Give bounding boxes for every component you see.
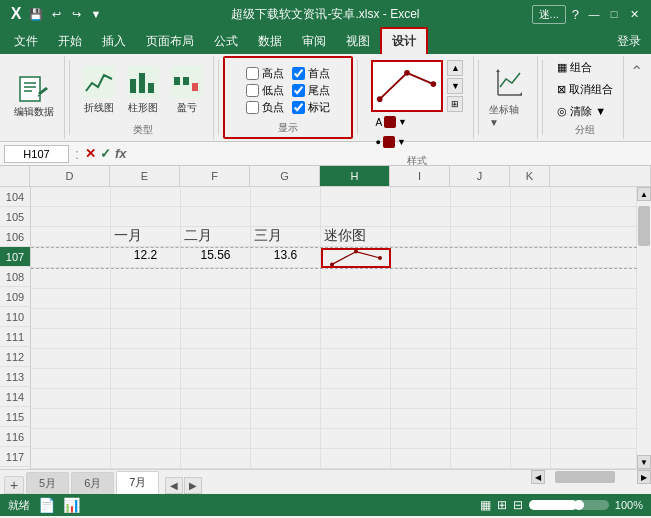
row-header-111[interactable]: 111 [0,327,30,347]
cell-f109[interactable] [181,289,251,309]
row-header-114[interactable]: 114 [0,387,30,407]
cell-e105[interactable] [111,207,181,227]
cell-e107[interactable]: 12.2 [111,248,181,268]
cell-d107[interactable] [31,248,111,268]
row-header-106[interactable]: 106 [0,227,30,247]
minimize-button[interactable]: — [585,6,603,22]
cell-f111[interactable] [181,329,251,349]
cell-h115[interactable] [321,409,391,429]
tab-view[interactable]: 视图 [336,29,380,54]
scroll-down-button[interactable]: ▼ [637,455,651,469]
edit-data-button[interactable]: 编辑数据 [10,70,58,122]
cell-h111[interactable] [321,329,391,349]
cell-f106[interactable]: 二月 [181,227,251,247]
cell-k108[interactable] [511,269,551,289]
cell-e110[interactable] [111,309,181,329]
col-header-e[interactable]: E [110,166,180,186]
cell-h105[interactable] [321,207,391,227]
save-icon[interactable]: 💾 [28,6,44,22]
markers-checkbox[interactable] [292,101,305,114]
sparkline-color-dropdown[interactable]: ▼ [398,117,407,127]
sheet-nav-right[interactable]: ▶ [184,477,202,494]
row-header-112[interactable]: 112 [0,347,30,367]
markers-check-item[interactable]: 标记 [292,100,330,115]
cell-i117[interactable] [391,449,451,469]
cell-k117[interactable] [511,449,551,469]
col-header-g[interactable]: G [250,166,320,186]
cell-k112[interactable] [511,349,551,369]
tab-file[interactable]: 文件 [4,29,48,54]
close-button[interactable]: ✕ [625,6,643,22]
cell-i106[interactable] [391,227,451,247]
cell-d110[interactable] [31,309,111,329]
sheet-tab-5[interactable]: 5月 [26,472,69,494]
cell-h117[interactable] [321,449,391,469]
winloss-button[interactable]: 盈亏 [167,61,207,118]
cell-i104[interactable] [391,187,451,207]
high-check-item[interactable]: 高点 [246,66,284,81]
cell-h104[interactable] [321,187,391,207]
row-header-115[interactable]: 115 [0,407,30,427]
cell-e106[interactable]: 一月 [111,227,181,247]
cell-j109[interactable] [451,289,511,309]
low-checkbox[interactable] [246,84,259,97]
zoom-level[interactable]: 100% [615,499,643,511]
tab-design[interactable]: 设计 [380,27,428,54]
undo-icon[interactable]: ↩ [48,6,64,22]
row-header-105[interactable]: 105 [0,207,30,227]
low-check-item[interactable]: 低点 [246,83,284,98]
cell-e114[interactable] [111,389,181,409]
cell-e112[interactable] [111,349,181,369]
style-up-arrow[interactable]: ▲ [447,60,463,76]
cell-i114[interactable] [391,389,451,409]
cell-k116[interactable] [511,429,551,449]
cell-g104[interactable] [251,187,321,207]
last-check-item[interactable]: 尾点 [292,83,330,98]
axis-dropdown[interactable]: 坐标轴 ▼ [489,103,531,128]
cell-h108[interactable] [321,269,391,289]
cell-g115[interactable] [251,409,321,429]
row-header-109[interactable]: 109 [0,287,30,307]
cell-d106[interactable] [31,227,111,247]
cell-d114[interactable] [31,389,111,409]
cell-i105[interactable] [391,207,451,227]
cell-j117[interactable] [451,449,511,469]
cell-g108[interactable] [251,269,321,289]
sheet-tab-7[interactable]: 7月 [116,471,159,494]
cell-i107[interactable] [391,248,451,268]
cell-d105[interactable] [31,207,111,227]
cell-d109[interactable] [31,289,111,309]
cell-k114[interactable] [511,389,551,409]
view-layout-icon[interactable]: ⊞ [497,498,507,512]
ungroup-button[interactable]: ⊠ 取消组合 [553,80,617,99]
cell-h114[interactable] [321,389,391,409]
row-header-117[interactable]: 117 [0,447,30,467]
zoom-thumb[interactable] [574,500,584,510]
cell-d112[interactable] [31,349,111,369]
cell-d116[interactable] [31,429,111,449]
cell-g107[interactable]: 13.6 [251,248,321,268]
scroll-track[interactable] [637,201,651,455]
cell-d115[interactable] [31,409,111,429]
tab-insert[interactable]: 插入 [92,29,136,54]
row-header-113[interactable]: 113 [0,367,30,387]
cell-d117[interactable] [31,449,111,469]
cell-g112[interactable] [251,349,321,369]
group-button[interactable]: ▦ 组合 [553,58,617,77]
view-normal-icon[interactable]: ▦ [480,498,491,512]
bar-chart-button[interactable]: 柱形图 [123,61,163,118]
col-header-f[interactable]: F [180,166,250,186]
scroll-right-button[interactable]: ▶ [637,470,651,484]
select-all-button[interactable] [0,166,30,186]
cell-h112[interactable] [321,349,391,369]
cell-f112[interactable] [181,349,251,369]
cell-j115[interactable] [451,409,511,429]
col-header-d[interactable]: D [30,166,110,186]
cell-j107[interactable] [451,248,511,268]
cell-i115[interactable] [391,409,451,429]
cell-d104[interactable] [31,187,111,207]
cell-k104[interactable] [511,187,551,207]
sheet-tab-6[interactable]: 6月 [71,472,114,494]
col-header-i[interactable]: I [390,166,450,186]
cell-reference-input[interactable] [4,145,69,163]
